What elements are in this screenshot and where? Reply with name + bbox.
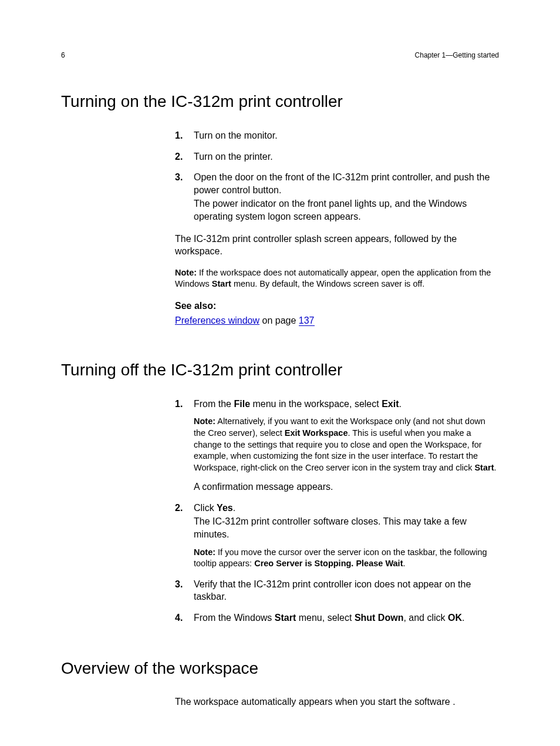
step1-note: Note: Alternatively, if you want to exit… [194,416,499,473]
step-text: Turn on the printer. [194,150,499,163]
step-text: The power indicator on the front panel l… [194,197,499,223]
chapter-label: Chapter 1—Getting started [415,51,499,60]
section-title-turn-off: Turning off the IC-312m print controller [61,359,499,381]
preferences-window-link[interactable]: Preferences window [175,315,259,325]
step-text: From the Windows Start menu, select Shut… [194,611,499,624]
section1-steps: 1. Turn on the monitor. 2. Turn on the p… [175,129,499,224]
page-number: 6 [61,51,65,60]
section1-content: 1. Turn on the monitor. 2. Turn on the p… [175,129,499,327]
step-1: 1. From the File menu in the workspace, … [175,398,499,495]
see-also-mid: on page [259,315,299,325]
step-number: 3. [175,171,194,224]
step-body: Turn on the printer. [194,150,499,164]
step-number: 4. [175,611,194,626]
step-4: 4. From the Windows Start menu, select S… [175,611,499,626]
section3-content: The workspace automatically appears when… [175,695,499,708]
see-also-line: Preferences window on page 137 [175,314,499,327]
section-title-overview: Overview of the workspace [61,657,499,680]
see-also-label: See also: [175,300,499,312]
step-3: 3. Verify that the IC-312m print control… [175,578,499,604]
step-body: Turn on the monitor. [194,129,499,143]
step-text: Verify that the IC-312m print controller… [194,578,499,603]
section3-para: The workspace automatically appears when… [175,695,499,708]
step-2: 2. Click Yes. The IC-312m print controll… [175,502,499,571]
step-body: Click Yes. The IC-312m print controller … [194,502,499,571]
section2-steps: 1. From the File menu in the workspace, … [175,398,499,626]
section-title-turn-on: Turning on the IC-312m print controller [61,90,499,113]
step-body: Verify that the IC-312m print controller… [194,578,499,604]
step-number: 1. [175,129,194,143]
step-body: From the File menu in the workspace, sel… [194,398,499,495]
step-number: 2. [175,502,194,571]
step-body: Open the door on the front of the IC-312… [194,171,499,224]
step-number: 3. [175,578,194,604]
step-2: 2. Turn on the printer. [175,150,499,164]
step-text: The IC-312m print controller software cl… [194,515,499,540]
section1-after-steps: The IC-312m print controller splash scre… [175,233,499,258]
step-body: From the Windows Start menu, select Shut… [194,611,499,626]
section2-content: 1. From the File menu in the workspace, … [175,398,499,626]
note-bold: Start [212,279,231,288]
note-prefix: Note: [175,268,197,277]
step-text: From the File menu in the workspace, sel… [194,398,499,411]
step-text: Click Yes. [194,502,499,515]
note-text: menu. By default, the Windows screen sav… [231,279,424,288]
step-number: 2. [175,150,194,164]
step-3: 3. Open the door on the front of the IC-… [175,171,499,224]
page-header: 6 Chapter 1—Getting started [61,51,499,60]
step2-note: Note: If you move the cursor over the se… [194,547,499,570]
step-number: 1. [175,398,194,495]
step-1: 1. Turn on the monitor. [175,129,499,143]
page-link-137[interactable]: 137 [299,315,315,326]
step1-after: A confirmation message appears. [194,480,499,493]
step-text: Open the door on the front of the IC-312… [194,171,499,196]
step-text: Turn on the monitor. [194,129,499,142]
section1-note: Note: If the workspace does not automati… [175,267,499,290]
